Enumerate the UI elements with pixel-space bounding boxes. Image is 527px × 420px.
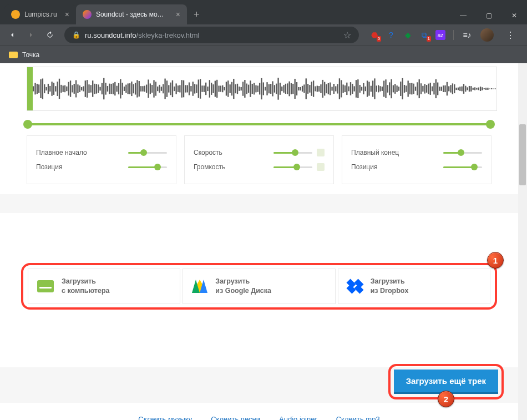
svg-rect-167 — [342, 84, 343, 93]
volume-slider[interactable] — [273, 165, 312, 169]
svg-rect-138 — [288, 82, 290, 97]
upload-from-computer-button[interactable]: Загрузитьс компьютера — [28, 269, 180, 304]
svg-rect-78 — [178, 85, 179, 92]
svg-rect-47 — [120, 79, 121, 99]
svg-rect-152 — [315, 87, 316, 92]
upload-options: 1 Загрузитьс компьютера Загрузитьиз Goog… — [21, 263, 497, 310]
svg-rect-95 — [209, 80, 210, 98]
extension-adblock-icon[interactable]: ⬣5 — [369, 29, 380, 41]
svg-rect-48 — [122, 83, 123, 95]
svg-rect-171 — [350, 82, 351, 95]
window-maximize-button[interactable]: ▢ — [476, 7, 501, 24]
section-divider — [0, 194, 518, 213]
svg-rect-97 — [212, 84, 214, 93]
svg-rect-100 — [218, 85, 219, 92]
bookmark-star-icon[interactable]: ☆ — [343, 30, 351, 41]
svg-rect-223 — [447, 82, 448, 95]
link-merge-mp3[interactable]: Склеить mp3 — [336, 415, 380, 420]
svg-rect-142 — [296, 82, 297, 95]
upload-from-dropbox-button[interactable]: Загрузитьиз Dropbox — [338, 269, 490, 304]
range-start-knob[interactable] — [23, 120, 32, 129]
svg-rect-9 — [49, 86, 50, 92]
waveform-start-handle[interactable] — [27, 67, 33, 110]
forward-button[interactable] — [23, 27, 39, 43]
back-button[interactable] — [4, 27, 20, 43]
extension-cube-icon[interactable]: ⧉1 — [419, 29, 430, 41]
svg-rect-2 — [37, 84, 38, 94]
svg-rect-162 — [333, 84, 335, 94]
svg-rect-131 — [276, 84, 277, 94]
fade-out-slider[interactable] — [443, 151, 482, 154]
svg-rect-228 — [455, 88, 457, 90]
svg-rect-122 — [259, 83, 260, 94]
svg-rect-248 — [493, 89, 494, 89]
reload-button[interactable] — [42, 27, 58, 43]
svg-rect-246 — [489, 89, 490, 89]
svg-rect-45 — [116, 86, 117, 92]
extension-help-icon[interactable]: ? — [386, 29, 397, 41]
svg-rect-64 — [151, 85, 153, 93]
svg-rect-96 — [211, 83, 212, 95]
svg-rect-133 — [280, 83, 281, 95]
new-tab-button[interactable]: + — [187, 9, 206, 21]
window-minimize-button[interactable]: — — [450, 7, 476, 24]
link-audio-joiner[interactable]: Audio joiner — [279, 415, 317, 420]
svg-rect-93 — [205, 83, 206, 95]
reading-list-icon[interactable]: ≡♪ — [462, 29, 473, 41]
svg-rect-241 — [480, 87, 481, 91]
profile-avatar[interactable] — [480, 28, 494, 42]
speed-slider[interactable] — [273, 151, 312, 154]
volume-reset-button[interactable] — [317, 163, 325, 171]
close-icon[interactable]: × — [65, 10, 69, 19]
svg-rect-125 — [265, 87, 266, 91]
svg-rect-194 — [393, 85, 394, 93]
svg-rect-40 — [107, 86, 108, 92]
scrollbar-track[interactable] — [518, 63, 527, 420]
svg-rect-193 — [391, 79, 392, 98]
browser-tab-lumpics[interactable]: Lumpics.ru × — [4, 4, 76, 24]
svg-rect-53 — [131, 82, 132, 96]
svg-rect-132 — [277, 78, 278, 99]
link-merge-songs[interactable]: Склеить песни — [211, 415, 260, 420]
svg-rect-161 — [331, 87, 332, 90]
svg-rect-184 — [374, 78, 375, 99]
link-merge-music[interactable]: Склеить музыку — [138, 415, 192, 420]
svg-rect-63 — [150, 83, 151, 94]
trim-range-slider[interactable] — [27, 119, 491, 130]
svg-rect-59 — [142, 86, 143, 92]
svg-rect-39 — [105, 83, 106, 94]
svg-rect-203 — [409, 83, 411, 94]
position-slider[interactable] — [443, 165, 482, 169]
svg-rect-187 — [379, 86, 381, 92]
svg-rect-212 — [426, 85, 427, 93]
extension-green-icon[interactable]: ◆ — [402, 29, 413, 41]
svg-rect-157 — [324, 82, 325, 96]
browser-menu-button[interactable]: ⋮ — [501, 30, 519, 41]
svg-rect-211 — [424, 84, 425, 93]
address-bar[interactable]: 🔒 ru.soundcut.info/skleyka-trekov.html ☆ — [64, 27, 359, 43]
scrollbar-thumb[interactable] — [519, 124, 526, 185]
close-icon[interactable]: × — [176, 10, 180, 19]
waveform-display[interactable] — [27, 67, 497, 111]
svg-rect-23 — [75, 80, 77, 97]
load-more-highlight: Загрузить ещё трек 2 — [388, 364, 504, 399]
window-close-button[interactable]: ✕ — [501, 7, 527, 24]
fade-in-slider[interactable] — [128, 151, 167, 154]
position-slider[interactable] — [128, 165, 167, 169]
bookmark-item[interactable]: Точка — [22, 51, 39, 59]
extension-purple-icon[interactable]: az — [435, 30, 445, 40]
position-label: Позиция — [351, 163, 377, 171]
browser-tab-soundcut[interactable]: Soundcut - здесь можно обреза × — [76, 4, 187, 24]
speed-reset-button[interactable] — [317, 149, 325, 156]
upload-from-gdrive-button[interactable]: Загрузитьиз Google Диска — [183, 269, 335, 304]
svg-rect-62 — [148, 79, 149, 98]
svg-rect-158 — [326, 84, 327, 93]
svg-rect-4 — [40, 79, 41, 98]
volume-label: Громкость — [194, 163, 225, 171]
svg-rect-197 — [398, 87, 399, 91]
svg-rect-33 — [94, 84, 95, 94]
svg-rect-210 — [422, 86, 423, 92]
svg-rect-29 — [87, 80, 88, 98]
svg-rect-28 — [85, 80, 86, 97]
range-end-knob[interactable] — [486, 120, 495, 129]
